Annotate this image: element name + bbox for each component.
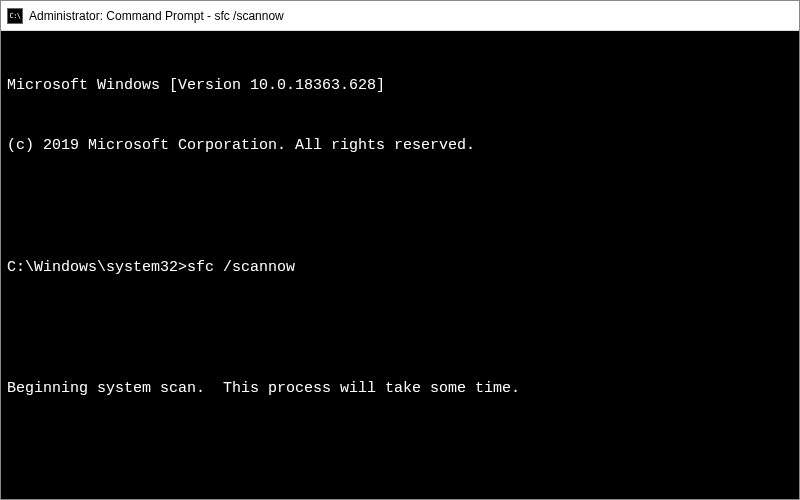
cmd-icon (7, 8, 23, 24)
terminal-area[interactable]: Microsoft Windows [Version 10.0.18363.62… (1, 31, 799, 499)
version-line: Microsoft Windows [Version 10.0.18363.62… (7, 76, 793, 96)
copyright-line: (c) 2019 Microsoft Corporation. All righ… (7, 136, 793, 156)
blank-line (7, 197, 793, 217)
window-title: Administrator: Command Prompt - sfc /sca… (29, 9, 284, 23)
command-text: sfc /scannow (187, 258, 295, 278)
status-line: Beginning system scan. This process will… (7, 379, 793, 399)
blank-line (7, 319, 793, 339)
titlebar[interactable]: Administrator: Command Prompt - sfc /sca… (1, 1, 799, 31)
prompt-line: C:\Windows\system32>sfc /scannow (7, 258, 793, 278)
command-prompt-window: Administrator: Command Prompt - sfc /sca… (0, 0, 800, 500)
prompt-text: C:\Windows\system32> (7, 258, 187, 278)
